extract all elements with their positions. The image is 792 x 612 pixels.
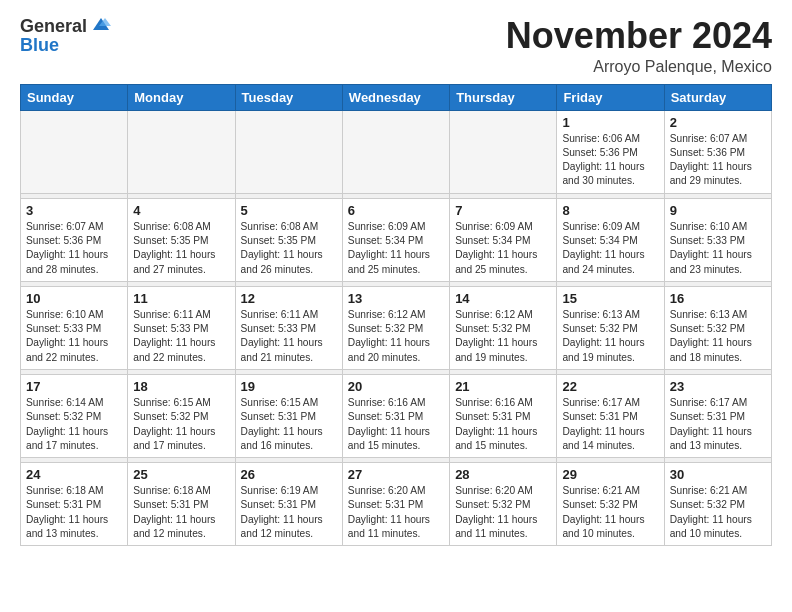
day-info: Sunrise: 6:16 AM Sunset: 5:31 PM Dayligh… xyxy=(455,396,551,453)
day-info: Sunrise: 6:20 AM Sunset: 5:31 PM Dayligh… xyxy=(348,484,444,541)
calendar-cell: 13Sunrise: 6:12 AM Sunset: 5:32 PM Dayli… xyxy=(342,286,449,369)
day-info: Sunrise: 6:15 AM Sunset: 5:31 PM Dayligh… xyxy=(241,396,337,453)
calendar-cell: 28Sunrise: 6:20 AM Sunset: 5:32 PM Dayli… xyxy=(450,463,557,546)
calendar-cell: 18Sunrise: 6:15 AM Sunset: 5:32 PM Dayli… xyxy=(128,374,235,457)
calendar-cell: 22Sunrise: 6:17 AM Sunset: 5:31 PM Dayli… xyxy=(557,374,664,457)
calendar-cell xyxy=(235,110,342,193)
calendar-cell: 21Sunrise: 6:16 AM Sunset: 5:31 PM Dayli… xyxy=(450,374,557,457)
day-info: Sunrise: 6:16 AM Sunset: 5:31 PM Dayligh… xyxy=(348,396,444,453)
month-title: November 2024 xyxy=(506,16,772,56)
day-number: 28 xyxy=(455,467,551,482)
calendar-cell xyxy=(450,110,557,193)
calendar-cell: 6Sunrise: 6:09 AM Sunset: 5:34 PM Daylig… xyxy=(342,198,449,281)
day-number: 15 xyxy=(562,291,658,306)
day-number: 4 xyxy=(133,203,229,218)
day-number: 17 xyxy=(26,379,122,394)
day-number: 19 xyxy=(241,379,337,394)
day-number: 3 xyxy=(26,203,122,218)
day-number: 9 xyxy=(670,203,766,218)
calendar-cell: 8Sunrise: 6:09 AM Sunset: 5:34 PM Daylig… xyxy=(557,198,664,281)
calendar-cell: 12Sunrise: 6:11 AM Sunset: 5:33 PM Dayli… xyxy=(235,286,342,369)
day-info: Sunrise: 6:10 AM Sunset: 5:33 PM Dayligh… xyxy=(670,220,766,277)
day-info: Sunrise: 6:09 AM Sunset: 5:34 PM Dayligh… xyxy=(562,220,658,277)
day-info: Sunrise: 6:13 AM Sunset: 5:32 PM Dayligh… xyxy=(670,308,766,365)
header: General Blue November 2024 Arroyo Palenq… xyxy=(20,16,772,76)
calendar-cell: 7Sunrise: 6:09 AM Sunset: 5:34 PM Daylig… xyxy=(450,198,557,281)
day-info: Sunrise: 6:08 AM Sunset: 5:35 PM Dayligh… xyxy=(241,220,337,277)
location-title: Arroyo Palenque, Mexico xyxy=(506,58,772,76)
logo-blue-text: Blue xyxy=(20,35,59,55)
day-info: Sunrise: 6:17 AM Sunset: 5:31 PM Dayligh… xyxy=(670,396,766,453)
day-info: Sunrise: 6:15 AM Sunset: 5:32 PM Dayligh… xyxy=(133,396,229,453)
day-number: 30 xyxy=(670,467,766,482)
day-number: 12 xyxy=(241,291,337,306)
day-info: Sunrise: 6:12 AM Sunset: 5:32 PM Dayligh… xyxy=(348,308,444,365)
day-number: 13 xyxy=(348,291,444,306)
weekday-header-row: SundayMondayTuesdayWednesdayThursdayFrid… xyxy=(21,84,772,110)
calendar-cell xyxy=(342,110,449,193)
day-number: 8 xyxy=(562,203,658,218)
day-info: Sunrise: 6:14 AM Sunset: 5:32 PM Dayligh… xyxy=(26,396,122,453)
day-number: 6 xyxy=(348,203,444,218)
day-number: 18 xyxy=(133,379,229,394)
day-number: 25 xyxy=(133,467,229,482)
calendar-cell: 3Sunrise: 6:07 AM Sunset: 5:36 PM Daylig… xyxy=(21,198,128,281)
day-info: Sunrise: 6:07 AM Sunset: 5:36 PM Dayligh… xyxy=(670,132,766,189)
day-number: 1 xyxy=(562,115,658,130)
weekday-header-wednesday: Wednesday xyxy=(342,84,449,110)
day-number: 11 xyxy=(133,291,229,306)
day-number: 7 xyxy=(455,203,551,218)
day-info: Sunrise: 6:06 AM Sunset: 5:36 PM Dayligh… xyxy=(562,132,658,189)
day-number: 24 xyxy=(26,467,122,482)
calendar-cell: 4Sunrise: 6:08 AM Sunset: 5:35 PM Daylig… xyxy=(128,198,235,281)
day-info: Sunrise: 6:07 AM Sunset: 5:36 PM Dayligh… xyxy=(26,220,122,277)
day-info: Sunrise: 6:09 AM Sunset: 5:34 PM Dayligh… xyxy=(455,220,551,277)
day-number: 22 xyxy=(562,379,658,394)
calendar-table: SundayMondayTuesdayWednesdayThursdayFrid… xyxy=(20,84,772,547)
calendar-cell xyxy=(128,110,235,193)
calendar-cell: 11Sunrise: 6:11 AM Sunset: 5:33 PM Dayli… xyxy=(128,286,235,369)
calendar-cell: 17Sunrise: 6:14 AM Sunset: 5:32 PM Dayli… xyxy=(21,374,128,457)
day-info: Sunrise: 6:11 AM Sunset: 5:33 PM Dayligh… xyxy=(241,308,337,365)
calendar-cell: 9Sunrise: 6:10 AM Sunset: 5:33 PM Daylig… xyxy=(664,198,771,281)
day-info: Sunrise: 6:09 AM Sunset: 5:34 PM Dayligh… xyxy=(348,220,444,277)
title-block: November 2024 Arroyo Palenque, Mexico xyxy=(506,16,772,76)
day-info: Sunrise: 6:12 AM Sunset: 5:32 PM Dayligh… xyxy=(455,308,551,365)
calendar-cell: 19Sunrise: 6:15 AM Sunset: 5:31 PM Dayli… xyxy=(235,374,342,457)
page: General Blue November 2024 Arroyo Palenq… xyxy=(0,0,792,562)
logo-general-text: General xyxy=(20,17,87,35)
day-info: Sunrise: 6:19 AM Sunset: 5:31 PM Dayligh… xyxy=(241,484,337,541)
day-info: Sunrise: 6:21 AM Sunset: 5:32 PM Dayligh… xyxy=(670,484,766,541)
weekday-header-friday: Friday xyxy=(557,84,664,110)
day-number: 21 xyxy=(455,379,551,394)
calendar-cell: 25Sunrise: 6:18 AM Sunset: 5:31 PM Dayli… xyxy=(128,463,235,546)
day-number: 23 xyxy=(670,379,766,394)
calendar-cell: 1Sunrise: 6:06 AM Sunset: 5:36 PM Daylig… xyxy=(557,110,664,193)
logo-icon xyxy=(91,16,111,36)
weekday-header-sunday: Sunday xyxy=(21,84,128,110)
weekday-header-tuesday: Tuesday xyxy=(235,84,342,110)
calendar-week-row-3: 17Sunrise: 6:14 AM Sunset: 5:32 PM Dayli… xyxy=(21,374,772,457)
calendar-week-row-2: 10Sunrise: 6:10 AM Sunset: 5:33 PM Dayli… xyxy=(21,286,772,369)
day-number: 14 xyxy=(455,291,551,306)
calendar-cell: 30Sunrise: 6:21 AM Sunset: 5:32 PM Dayli… xyxy=(664,463,771,546)
day-number: 29 xyxy=(562,467,658,482)
weekday-header-thursday: Thursday xyxy=(450,84,557,110)
day-number: 27 xyxy=(348,467,444,482)
day-number: 20 xyxy=(348,379,444,394)
calendar-cell: 24Sunrise: 6:18 AM Sunset: 5:31 PM Dayli… xyxy=(21,463,128,546)
weekday-header-saturday: Saturday xyxy=(664,84,771,110)
calendar-cell: 20Sunrise: 6:16 AM Sunset: 5:31 PM Dayli… xyxy=(342,374,449,457)
calendar-cell: 2Sunrise: 6:07 AM Sunset: 5:36 PM Daylig… xyxy=(664,110,771,193)
day-info: Sunrise: 6:10 AM Sunset: 5:33 PM Dayligh… xyxy=(26,308,122,365)
weekday-header-monday: Monday xyxy=(128,84,235,110)
calendar-cell: 16Sunrise: 6:13 AM Sunset: 5:32 PM Dayli… xyxy=(664,286,771,369)
calendar-cell: 27Sunrise: 6:20 AM Sunset: 5:31 PM Dayli… xyxy=(342,463,449,546)
day-number: 16 xyxy=(670,291,766,306)
day-info: Sunrise: 6:18 AM Sunset: 5:31 PM Dayligh… xyxy=(133,484,229,541)
calendar-week-row-4: 24Sunrise: 6:18 AM Sunset: 5:31 PM Dayli… xyxy=(21,463,772,546)
logo: General Blue xyxy=(20,16,111,55)
day-number: 26 xyxy=(241,467,337,482)
day-info: Sunrise: 6:08 AM Sunset: 5:35 PM Dayligh… xyxy=(133,220,229,277)
calendar-week-row-0: 1Sunrise: 6:06 AM Sunset: 5:36 PM Daylig… xyxy=(21,110,772,193)
